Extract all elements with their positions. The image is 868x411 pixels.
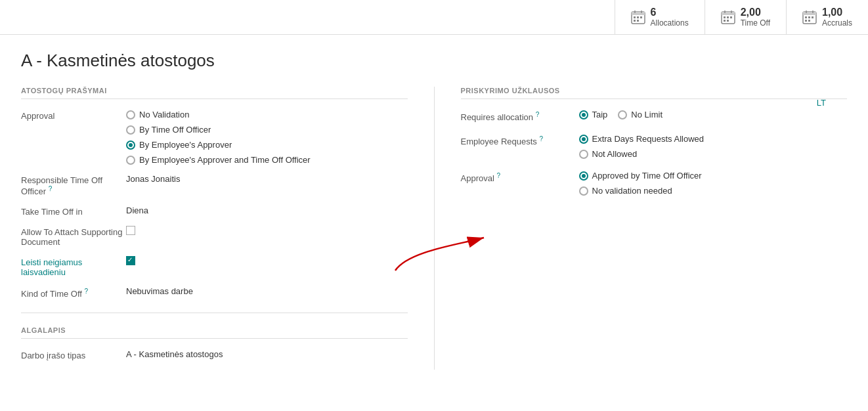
approval-option-both-label: By Employee's Approver and Time Off Offi… [139,155,311,165]
svg-rect-23 [808,16,810,18]
radio-requires-taip [579,110,588,119]
timeoff-calendar-icon [721,10,735,24]
calendar-icon [631,10,645,24]
responsible-help-icon: ? [49,185,53,192]
right-approval-label: Approval ? [461,171,579,183]
employee-not-allowed-option[interactable]: Not Allowed [579,149,848,159]
attach-checkbox[interactable] [126,226,408,237]
requires-taip-option[interactable]: Taip [579,110,608,119]
svg-rect-14 [727,16,729,18]
responsible-label: Responsible Time Off Officer ? [21,174,126,196]
content-wrapper: ATOSTOGŲ PRAŠYMAI Approval No Validation… [21,87,847,370]
approved-time-off-officer-label: Approved by Time Off Officer [592,171,702,181]
timeoff-count: 2,00 [741,7,770,18]
responsible-field-row: Responsible Time Off Officer ? Jonas Jon… [21,174,408,196]
take-timeoff-value: Diena [126,206,408,215]
allow-negative-field-row: Leisti neigiamus laisvadieniu [21,256,408,277]
svg-rect-10 [722,12,735,15]
accruals-button[interactable]: 1,00 Accruals [786,0,868,34]
svg-rect-4 [634,16,636,18]
take-timeoff-field-row: Take Time Off in Diena [21,206,408,217]
top-bar: 6 Allocations 2,00 Time Off [0,0,868,35]
allow-negative-checkbox[interactable] [126,256,408,267]
svg-rect-16 [724,20,726,22]
approval-option-no-validation-label: No Validation [139,110,189,119]
employee-requests-field-row: Employee Requests ? Extra Days Requests … [461,134,848,159]
page-title: A - Kasmetinės atostogos [21,51,847,71]
no-validation-needed-label: No validation needed [592,186,672,196]
employee-extra-days-label: Extra Days Requests Allowed [592,134,705,144]
main-content: A - Kasmetinės atostogos LT ATOSTOGŲ PRA… [0,35,868,385]
approval-option-both[interactable]: By Employee's Approver and Time Off Offi… [126,155,408,165]
left-section-title: ATOSTOGŲ PRAŠYMAI [21,87,408,99]
employee-extra-days-option[interactable]: Extra Days Requests Allowed [579,134,848,144]
radio-employee-approver [126,141,135,150]
no-validation-needed-option[interactable]: No validation needed [579,186,848,196]
requires-taip-label: Taip [592,110,608,119]
requires-field-row: Requires allocation ? Taip No Limit [461,110,848,122]
kind-field-row: Kind of Time Off ? Nebuvimas darbe [21,286,408,299]
radio-approved-time-off-officer [579,171,588,181]
approved-by-time-off-officer-option[interactable]: Approved by Time Off Officer [579,171,848,181]
right-approval-help-icon: ? [496,172,500,179]
left-section: ATOSTOGŲ PRAŠYMAI Approval No Validation… [21,87,435,370]
allocations-label: Allocations [651,18,689,28]
requires-label: Requires allocation ? [461,110,579,122]
kind-help-icon: ? [85,288,89,295]
accruals-count: 1,00 [822,7,852,18]
left-divider [21,313,408,313]
svg-rect-7 [634,20,636,22]
svg-rect-1 [632,12,645,15]
timeoff-label: Time Off [741,18,770,28]
approval-field-row: Approval No Validation By Time Off Offic… [21,110,408,165]
radio-no-validation [126,110,135,119]
approval-radio-group: No Validation By Time Off Officer By Emp… [126,110,408,165]
svg-rect-26 [808,20,810,22]
radio-not-allowed [579,150,588,159]
right-section: PRISKYRIMO UŽKLAUSOS Requires allocation… [435,87,848,370]
right-section-title: PRISKYRIMO UŽKLAUSOS [461,87,848,99]
darbo-label: Darbo įrašo tipas [21,349,126,360]
svg-rect-24 [812,16,814,18]
allow-negative-label: Leisti neigiamus laisvadieniu [21,256,126,277]
timeoff-button[interactable]: 2,00 Time Off [705,0,786,34]
accruals-calendar-icon [802,10,817,24]
approval-option-time-off-officer[interactable]: By Time Off Officer [126,125,408,135]
accruals-label: Accruals [822,18,852,28]
requires-nolimit-option[interactable]: No Limit [618,110,662,119]
approval-label: Approval [21,110,126,121]
approval-option-no-validation[interactable]: No Validation [126,110,408,119]
requires-help-icon: ? [536,111,540,118]
requires-nolimit-label: No Limit [631,110,662,119]
radio-no-validation-needed [579,186,588,196]
kind-label: Kind of Time Off ? [21,286,126,299]
take-timeoff-label: Take Time Off in [21,206,126,217]
radio-requires-nolimit [618,110,627,119]
svg-rect-6 [640,16,642,18]
right-approval-field-row: Approval ? Approved by Time Off Officer … [461,171,848,196]
allow-negative-checkbox-box [126,256,135,265]
responsible-value: Jonas Jonaitis [126,174,408,184]
svg-rect-22 [805,16,807,18]
allocations-count: 6 [651,7,689,18]
allocations-button[interactable]: 6 Allocations [615,0,705,34]
svg-rect-19 [803,12,816,15]
attach-label: Allow To Attach Supporting Document [21,226,126,247]
approval-option-employee-approver-label: By Employee's Approver [139,140,232,150]
requires-radio-group: Taip No Limit [579,110,848,119]
darbo-value: A - Kasmetinės atostogos [126,349,408,359]
svg-rect-8 [637,20,639,22]
kind-value: Nebuvimas darbe [126,286,408,296]
right-approval-radio-group: Approved by Time Off Officer No validati… [579,171,848,196]
darbo-field-row: Darbo įrašo tipas A - Kasmetinės atostog… [21,349,408,360]
radio-extra-days [579,135,588,144]
radio-both [126,156,135,165]
svg-rect-25 [805,20,807,22]
employee-help-icon: ? [539,135,543,142]
svg-rect-13 [724,16,726,18]
approval-option-employee-approver[interactable]: By Employee's Approver [126,140,408,150]
svg-rect-17 [727,20,729,22]
approval-option-time-off-officer-label: By Time Off Officer [139,125,211,135]
employee-requests-radio-group: Extra Days Requests Allowed Not Allowed [579,134,848,159]
radio-time-off-officer [126,125,135,135]
